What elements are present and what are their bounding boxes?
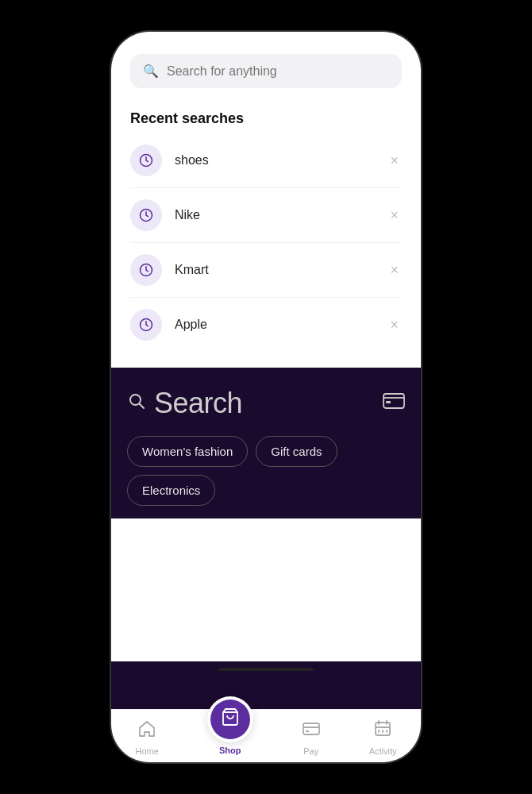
search-bar[interactable]: 🔍: [130, 54, 402, 88]
remove-search-button[interactable]: ×: [387, 205, 402, 225]
search-label-left: Search: [127, 387, 242, 420]
home-icon: [137, 719, 156, 743]
nav-label-shop: Shop: [219, 746, 241, 755]
svg-rect-6: [384, 394, 404, 408]
activity-icon: [373, 719, 392, 743]
nav-label-pay: Pay: [303, 746, 318, 756]
svg-rect-8: [386, 401, 391, 403]
recent-item-text: shoes: [175, 153, 374, 168]
phone-wrapper: 🔍 Recent searches shoes ×: [111, 32, 421, 762]
recent-item: Apple ×: [130, 298, 402, 352]
recent-item-text: Kmart: [175, 263, 374, 277]
svg-rect-13: [376, 723, 390, 735]
clock-circle: [130, 254, 162, 286]
shop-icon: [221, 707, 240, 731]
shop-bubble-inner: [210, 700, 250, 739]
card-icon: [383, 392, 405, 414]
remove-search-button[interactable]: ×: [387, 150, 402, 171]
category-pills: Women's fashion Gift cards Electronics: [127, 436, 405, 506]
recent-item-text: Nike: [175, 208, 374, 222]
svg-rect-12: [306, 730, 309, 732]
clock-circle: [130, 199, 162, 231]
shop-bubble: [207, 696, 253, 742]
recent-searches-title: Recent searches: [130, 110, 402, 127]
nav-label-home: Home: [135, 746, 158, 756]
pay-icon: [302, 719, 321, 743]
search-input[interactable]: [167, 64, 389, 79]
search-label-icon: [127, 391, 146, 415]
clock-circle: [130, 309, 162, 341]
content-area: [111, 518, 421, 661]
nav-bar: Home Shop: [111, 709, 421, 762]
search-icon: 🔍: [143, 64, 159, 79]
top-panel: 🔍 Recent searches shoes ×: [111, 32, 421, 368]
recent-item: Nike ×: [130, 188, 402, 243]
search-label-row: Search: [127, 387, 405, 420]
search-label-text: Search: [154, 387, 242, 420]
remove-search-button[interactable]: ×: [387, 314, 402, 335]
recent-item: shoes ×: [130, 133, 402, 188]
clock-circle: [130, 145, 162, 176]
recent-item-text: Apple: [175, 318, 374, 332]
remove-search-button[interactable]: ×: [387, 260, 402, 280]
nav-label-activity: Activity: [369, 746, 397, 756]
home-indicator: [218, 668, 314, 671]
recent-item: Kmart ×: [130, 243, 402, 298]
category-pill-electronics[interactable]: Electronics: [127, 475, 215, 506]
svg-rect-10: [303, 723, 319, 734]
svg-line-5: [140, 404, 145, 409]
category-pill-womens-fashion[interactable]: Women's fashion: [127, 436, 248, 467]
nav-item-activity[interactable]: Activity: [369, 719, 397, 756]
category-pill-gift-cards[interactable]: Gift cards: [256, 436, 337, 467]
nav-item-home[interactable]: Home: [135, 719, 158, 756]
nav-item-pay[interactable]: Pay: [302, 719, 321, 756]
recent-searches-list: shoes × Nike ×: [130, 133, 402, 352]
search-bottom-panel: Search Women's fashion Gift cards Electr…: [111, 368, 421, 518]
nav-item-shop[interactable]: Shop: [207, 720, 253, 755]
